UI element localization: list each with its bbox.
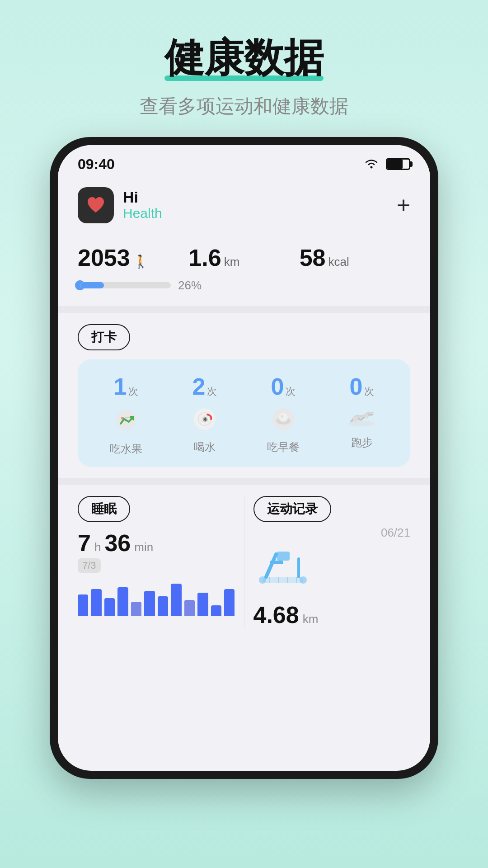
bar-10	[197, 593, 208, 616]
punchin-item-run[interactable]: 0 次 跑步	[323, 373, 401, 456]
run-count: 0	[350, 373, 363, 400]
bar-4	[117, 587, 128, 616]
section-divider-1	[58, 306, 430, 313]
sleep-label: 睡眠	[91, 500, 117, 518]
page-header: 健康数据 查看多项运动和健康数据	[140, 0, 348, 119]
progress-bar-fill	[80, 282, 104, 288]
svg-line-18	[266, 554, 276, 577]
status-bar: 09:40	[58, 145, 430, 178]
fruit-count: 1	[114, 373, 127, 400]
bar-8	[171, 584, 181, 616]
exercise-date: 06/21	[381, 526, 410, 540]
progress-bar-bg	[80, 282, 171, 288]
water-unit: 次	[207, 385, 217, 398]
svg-point-11	[353, 416, 358, 422]
stats-row: 2053 🚶 1.6 km 58 kcal	[78, 244, 410, 271]
fruit-unit: 次	[128, 385, 138, 398]
punchin-section: 打卡 1 次	[58, 313, 430, 478]
app-header: Hi Health +	[58, 178, 430, 231]
section-divider-2	[58, 478, 430, 485]
stats-area: 2053 🚶 1.6 km 58 kcal	[58, 231, 430, 306]
distance-unit: km	[224, 255, 240, 269]
progress-container	[78, 280, 171, 290]
sleep-hours: 7	[78, 529, 91, 557]
bar-6	[144, 591, 155, 616]
svg-point-23	[300, 576, 307, 584]
svg-point-22	[259, 576, 266, 584]
bar-7	[158, 596, 168, 616]
page-subtitle: 查看多项运动和健康数据	[140, 94, 348, 119]
run-distance-value: 4.68	[253, 601, 299, 628]
breakfast-icon	[270, 406, 297, 434]
run-distance-row: 4.68 km	[253, 601, 411, 628]
battery-icon	[386, 158, 410, 170]
fruit-count-row: 1 次	[114, 373, 139, 400]
run-count-row: 0 次	[350, 373, 375, 400]
bar-3	[104, 598, 115, 616]
punchin-label: 打卡	[91, 329, 117, 346]
run-icon	[347, 406, 377, 430]
sleep-values: 7 h 36 min	[78, 529, 235, 557]
calories-value: 58	[300, 244, 326, 271]
status-time: 09:40	[78, 156, 115, 173]
app-greeting: Hi	[123, 189, 162, 206]
svg-rect-13	[263, 577, 303, 583]
calories-unit: kcal	[328, 255, 349, 269]
status-icons	[363, 157, 410, 172]
heart-icon	[85, 194, 107, 216]
run-label: 跑步	[351, 435, 373, 450]
fruit-icon	[113, 406, 140, 436]
breakfast-count: 0	[271, 373, 284, 400]
svg-point-10	[349, 421, 375, 426]
exercise-tag: 运动记录	[253, 496, 331, 522]
sleep-bars	[78, 580, 235, 616]
battery-fill	[387, 160, 403, 169]
water-count-row: 2 次	[192, 373, 217, 400]
svg-rect-20	[277, 552, 290, 561]
add-button[interactable]: +	[397, 193, 410, 217]
run-distance-unit: km	[303, 612, 319, 626]
breakfast-count-row: 0 次	[271, 373, 296, 400]
wifi-icon	[363, 157, 380, 172]
walk-icon: 🚶	[133, 254, 149, 269]
exercise-section: 运动记录 06/21	[244, 496, 411, 628]
steps-stat: 2053 🚶	[78, 244, 188, 271]
app-name-area: Hi Health	[123, 189, 162, 221]
treadmill-icon	[253, 545, 411, 597]
bar-5	[131, 602, 141, 616]
phone-frame: 09:40	[50, 137, 438, 779]
app-name: Health	[123, 206, 162, 221]
steps-value: 2053	[78, 244, 130, 271]
punchin-item-breakfast[interactable]: 0 次 吃早餐	[244, 373, 323, 456]
bar-11	[211, 605, 221, 616]
phone-screen: 09:40	[58, 145, 430, 771]
punchin-item-water[interactable]: 2 次 ◉ 喝水	[165, 373, 244, 456]
punchin-card: 1 次 吃水果	[78, 359, 410, 467]
app-icon	[78, 187, 114, 223]
sleep-section: 睡眠 7 h 36 min 7/3	[78, 496, 244, 628]
bar-1	[78, 594, 88, 616]
distance-stat: 1.6 km	[188, 244, 299, 271]
svg-point-0	[371, 166, 373, 168]
exercise-label: 运动记录	[267, 500, 318, 518]
bottom-sections: 睡眠 7 h 36 min 7/3	[58, 485, 430, 628]
run-unit: 次	[364, 385, 374, 398]
bar-9	[184, 600, 195, 616]
sleep-min-unit: min	[134, 540, 153, 554]
punchin-tag: 打卡	[78, 324, 130, 350]
water-icon: ◉	[191, 406, 218, 434]
punchin-item-fruit[interactable]: 1 次 吃水果	[87, 373, 165, 456]
breakfast-label: 吃早餐	[267, 440, 300, 454]
sleep-target-badge: 7/3	[78, 558, 101, 573]
svg-point-9	[281, 415, 283, 418]
calories-stat: 58 kcal	[300, 244, 410, 271]
sleep-tag: 睡眠	[78, 496, 130, 522]
svg-text:◉: ◉	[203, 416, 207, 422]
progress-row: 26%	[78, 278, 410, 302]
sleep-minutes: 36	[104, 529, 131, 557]
distance-value: 1.6	[188, 244, 221, 271]
water-count: 2	[192, 373, 206, 400]
bar-2	[91, 589, 101, 616]
progress-percent: 26%	[178, 278, 202, 292]
sleep-h-unit: h	[94, 540, 101, 554]
